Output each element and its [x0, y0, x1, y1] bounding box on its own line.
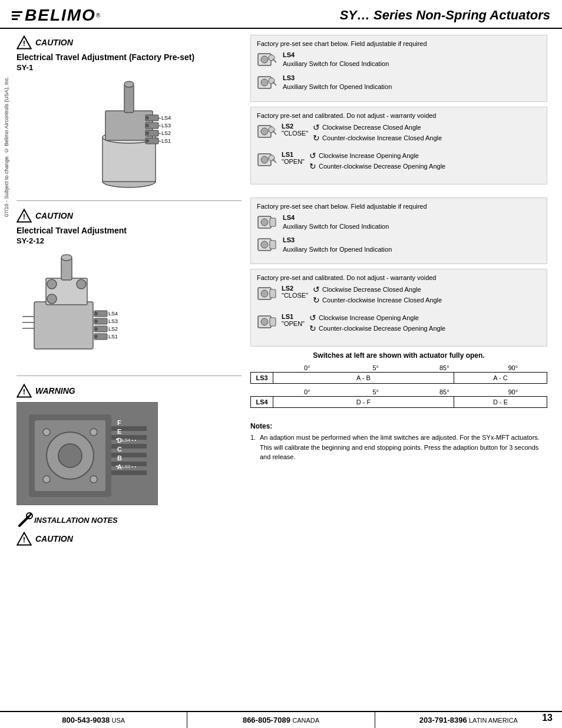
notes-list: 1. An adaption must be performed when th…: [250, 433, 547, 462]
svg-rect-59: [111, 426, 147, 431]
sy1-calibrated-box-title: Factory pre-set and calibrated. Do not a…: [257, 112, 541, 119]
svg-line-22: [158, 133, 161, 134]
left-column: ! CAUTION Electrical Travel Adjustment (…: [12, 35, 247, 549]
sy2-subtitle: SY-2-12: [16, 236, 242, 245]
warning-icon: !: [16, 383, 32, 398]
svg-line-92: [273, 131, 276, 134]
svg-point-57: [43, 476, 50, 483]
sy1-ls4-item: LS4 Auxiliary Switch for Closed Indicati…: [257, 51, 541, 69]
svg-text:LS2: LS2: [161, 130, 171, 136]
sy2-ls2-arrows: ↺ Clockwise Decrease Closed Angle ↻ Coun…: [313, 285, 442, 306]
sy2-ls1-arrows: ↺ Clockwise Increase Opening Angle ↻ Cou…: [309, 313, 445, 334]
svg-point-90: [261, 128, 268, 135]
sy1-diagram: LS4 LS3 LS2 LS1: [16, 75, 242, 193]
svg-text:!: !: [23, 536, 25, 545]
notes-section: Notes: 1. An adaption must be performed …: [250, 422, 547, 462]
svg-point-40: [94, 335, 98, 338]
svg-point-36: [94, 319, 98, 323]
svg-rect-26: [34, 302, 93, 349]
install-title: INSTALLATION NOTES: [34, 516, 118, 525]
sy2-diagram: LS4 LS3 LS2 LS1: [16, 249, 242, 368]
sy2-ls1-icon: [257, 313, 278, 337]
svg-point-55: [43, 429, 50, 436]
install-caution-header: ! CAUTION: [16, 531, 242, 546]
sy2-calibrated-box-title: Factory pre-set and calibrated. Do not a…: [257, 274, 541, 281]
ls4-data-row: LS4 D - F D - E: [250, 396, 547, 408]
footer-canada: 866-805-7089 CANADA: [187, 712, 375, 728]
reg-mark: ®: [96, 12, 100, 19]
svg-line-96: [273, 159, 276, 163]
warning-label: WARNING: [35, 386, 75, 396]
sy1-subtitle: SY-1: [16, 63, 242, 72]
svg-point-54: [58, 444, 82, 467]
warning-diagram: F E D C B A LS4 • • LS3 • •: [16, 402, 158, 505]
svg-rect-62: [111, 453, 147, 457]
sy2-ls4-item: LS4 Auxiliary Switch for Closed Indicati…: [257, 213, 541, 232]
svg-text:!: !: [23, 39, 25, 48]
ls4-degree-row: 0° 5° 85° 90°: [250, 388, 547, 396]
svg-point-101: [261, 241, 268, 248]
svg-text:LS1: LS1: [108, 334, 118, 340]
svg-point-56: [90, 429, 97, 436]
sy1-ls2-arrows: ↺ Clockwise Decrease Closed Angle ↻ Coun…: [313, 123, 442, 144]
svg-line-88: [273, 82, 276, 85]
sy1-sy2-divider: [16, 200, 242, 201]
usa-label: USA: [112, 717, 125, 724]
svg-rect-64: [111, 470, 147, 475]
svg-line-20: [158, 118, 161, 118]
svg-text:LS3: LS3: [108, 318, 118, 324]
switch-table-title: Switches at left are shown with actuator…: [250, 351, 547, 360]
sy1-ls3-icon: [257, 74, 278, 91]
svg-rect-105: [270, 289, 276, 298]
footer-latin: 203-791-8396 LATIN AMERICA: [375, 712, 562, 728]
sy2-ls2-adj: LS2 "CLOSE" ↺ Clockwise Decrease Closed …: [257, 285, 541, 308]
logo-area: BELIMO®: [12, 6, 100, 25]
svg-line-84: [273, 59, 276, 62]
svg-point-9: [146, 124, 149, 127]
sy1-preset-box-title: Factory pre-set see chart below. Field a…: [257, 40, 541, 47]
sy2-caution-label: CAUTION: [35, 211, 73, 220]
svg-point-15: [124, 81, 134, 87]
note-item-1: 1. An adaption must be performed when th…: [250, 433, 547, 462]
ls3-data-row: LS3 A - B A - C: [250, 372, 547, 384]
svg-text:D: D: [117, 437, 122, 444]
svg-point-38: [94, 327, 98, 331]
svg-text:!: !: [23, 213, 25, 222]
sy1-calibrated-box: Factory pre-set and calibrated. Do not a…: [250, 107, 547, 185]
svg-point-98: [261, 219, 268, 226]
page-header: BELIMO® SY… Series Non-Spring Actuators: [0, 0, 562, 29]
svg-text:LS4 •   •: LS4 • •: [122, 437, 136, 443]
logo-decoration: [12, 11, 22, 20]
install-caution-label: CAUTION: [35, 534, 73, 543]
sy2-ls4-text: LS4 Auxiliary Switch for Closed Indicati…: [283, 213, 389, 232]
svg-line-21: [158, 126, 161, 126]
svg-point-30: [47, 294, 57, 304]
svg-point-29: [77, 279, 86, 289]
sy2-ls4-icon: [257, 213, 278, 231]
sy1-caution-label: CAUTION: [35, 38, 73, 47]
svg-point-7: [146, 116, 149, 120]
svg-text:B: B: [117, 454, 122, 462]
sy1-ls1-adj: LS1 "OPEN" ↺ Clockwise Increase Opening …: [257, 151, 541, 174]
sy1-ls3-text: LS3 Auxiliary Switch for Opened Indicati…: [283, 74, 392, 92]
sy1-caution-header: ! CAUTION: [16, 35, 242, 50]
svg-rect-61: [111, 444, 147, 449]
warning-header: ! WARNING: [16, 383, 242, 398]
sy2-ls3-icon: [257, 236, 278, 253]
side-label: 07/10 - Subject to change. © Belimo Airc…: [0, 29, 12, 549]
sy2-calibrated-box: Factory pre-set and calibrated. Do not a…: [250, 269, 547, 347]
svg-point-94: [261, 156, 268, 163]
svg-rect-72: [116, 466, 118, 467]
svg-rect-102: [270, 241, 276, 249]
sy1-title: Electrical Travel Adjustment (Factory Pr…: [16, 52, 242, 62]
svg-text:F: F: [117, 419, 121, 426]
svg-text:LS1: LS1: [161, 138, 171, 144]
svg-rect-14: [124, 84, 134, 113]
svg-point-32: [61, 255, 72, 261]
svg-point-28: [47, 279, 57, 289]
svg-text:LS3 •   •: LS3 • •: [122, 464, 136, 469]
svg-text:A: A: [117, 463, 122, 470]
svg-point-86: [261, 79, 268, 86]
install-header: INSTALLATION NOTES: [16, 511, 242, 529]
svg-rect-99: [270, 218, 276, 226]
